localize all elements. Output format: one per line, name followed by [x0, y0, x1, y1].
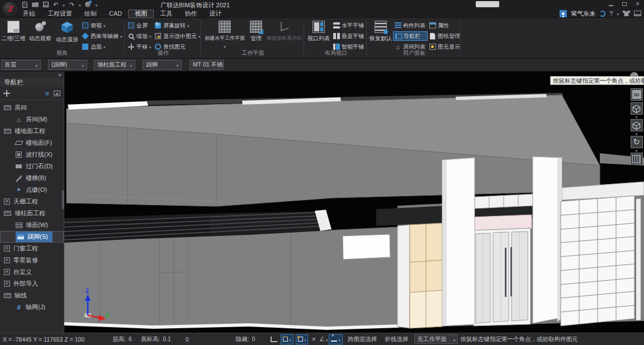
tab-tools[interactable]: 工具: [154, 10, 178, 18]
tab-start[interactable]: 开始: [17, 10, 41, 18]
app-logo[interactable]: Z: [3, 2, 17, 16]
viewport-list-button[interactable]: 视口列表: [306, 20, 332, 51]
polyline-select-toggle[interactable]: 折线选择: [385, 335, 408, 343]
drawing-management-button[interactable]: 图纸管理: [428, 31, 459, 41]
2d3d-button[interactable]: 2D 二维/三维: [0, 20, 27, 51]
zoom-button[interactable]: 缩放: [126, 31, 153, 41]
redo-caret-icon[interactable]: [79, 1, 81, 8]
material-select[interactable]: MT 01 不锈钢踢: [190, 60, 224, 70]
image-view-icon[interactable]: [54, 91, 60, 96]
rotate-caret-icon[interactable]: [636, 148, 638, 153]
pillar-left: [442, 158, 475, 326]
sw-isometric-button[interactable]: 西南等轴侧: [80, 31, 123, 41]
workplane-select[interactable]: 无工作平面: [414, 334, 458, 344]
floor-select[interactable]: 首层: [1, 60, 41, 70]
tree-item-border-line[interactable]: 波打线(X): [0, 149, 64, 160]
undo-caret-icon[interactable]: [63, 1, 65, 8]
tree-item-stairs[interactable]: 楼梯(B): [0, 172, 64, 184]
tab-cad[interactable]: CAD: [103, 10, 128, 18]
workplane-grid-icon: [219, 21, 231, 33]
tree-group-wall-column-works[interactable]: 墙柱面工程: [0, 207, 64, 219]
tab-draw[interactable]: 绘制: [78, 10, 103, 18]
viewport-3d[interactable]: Z X 按鼠标左键指定第一个角点，或拾取构 2D: [64, 72, 644, 333]
orbit-button[interactable]: 动态观察: [27, 20, 54, 51]
tree-group-external-import[interactable]: 外部导入: [0, 278, 64, 290]
tree-item-room[interactable]: 房间(M): [0, 114, 64, 125]
tree-group-ceiling-works[interactable]: 天棚工程: [0, 196, 64, 207]
redo-icon[interactable]: [69, 1, 74, 8]
cross-layer-select-toggle[interactable]: 跨图层选择: [348, 335, 377, 343]
tab-collaborate[interactable]: 协作: [178, 10, 203, 18]
top-view-button[interactable]: 俯视: [80, 21, 123, 30]
properties-button[interactable]: 属性: [428, 21, 459, 30]
tree-group-room[interactable]: 房间: [0, 102, 64, 114]
user-name[interactable]: 紫气东来: [571, 10, 595, 18]
top-view-icon: [82, 22, 89, 29]
help-caret-icon[interactable]: [617, 10, 619, 17]
rotate-view-button[interactable]: [631, 136, 643, 148]
workplane-manage-button[interactable]: 管理: [247, 20, 265, 49]
tree-item-wall-surface[interactable]: 墙面(W): [0, 219, 64, 231]
app-title: 广联达BIM装饰设计 2021: [160, 1, 230, 10]
selection-box-toggle[interactable]: [281, 334, 293, 344]
wall-surface-icon: [15, 221, 22, 229]
works-category-select[interactable]: 墙柱面工程: [94, 60, 135, 70]
tree-group-door-window-works[interactable]: 门窗工程: [0, 243, 64, 254]
sync-icon[interactable]: [599, 11, 605, 17]
tree-group-axis[interactable]: 轴线: [0, 290, 64, 301]
restore-default-button[interactable]: 恢复默认: [368, 20, 393, 51]
tree-item-skirting[interactable]: 踢脚(S): [0, 231, 64, 243]
ortho-mode-icon[interactable]: [268, 334, 280, 344]
fullscreen-button[interactable]: 全屏: [126, 21, 153, 30]
cube2-caret-icon[interactable]: [636, 131, 638, 136]
tree-group-misc-decoration[interactable]: 零星装修: [0, 254, 64, 266]
close-button[interactable]: [636, 1, 640, 7]
help-button[interactable]: ?: [609, 10, 613, 17]
tree-item-floor[interactable]: 楼地面(F): [0, 137, 64, 149]
polar-track-toggle[interactable]: [329, 334, 343, 344]
restore-button[interactable]: [622, 2, 627, 6]
tab-view[interactable]: 视图: [128, 10, 154, 18]
show-selected-button[interactable]: 显示选中图元: [153, 31, 200, 41]
list-view-icon[interactable]: [45, 89, 49, 98]
tile-vertical-button[interactable]: 垂直平铺: [332, 31, 365, 41]
tree-group-custom[interactable]: 自定义: [0, 266, 64, 278]
component-list-button[interactable]: 构件列表: [393, 21, 428, 30]
tree-item-threshold-stone[interactable]: 过门石(D): [0, 160, 64, 172]
component-type-select[interactable]: (踢脚): [48, 60, 87, 70]
undo-icon[interactable]: [53, 1, 58, 8]
cloud-sync-icon[interactable]: [85, 2, 91, 7]
hidden-count: 隐藏:0: [236, 335, 255, 343]
panel-toggle-icon[interactable]: [634, 11, 641, 16]
navigator-close-icon[interactable]: [58, 72, 61, 78]
walkthrough-button[interactable]: 动态漫游: [54, 20, 80, 51]
viewport-list-side-button[interactable]: [631, 153, 643, 165]
minimize-button[interactable]: [609, 5, 613, 6]
open-file-icon[interactable]: [32, 2, 39, 7]
tree-item-axis-grid[interactable]: 轴网(J): [0, 301, 64, 313]
tab-project-settings[interactable]: 工程设置: [41, 10, 78, 18]
tile-horizontal-button[interactable]: 水平平铺: [332, 21, 365, 30]
angle-snap-icon[interactable]: [318, 334, 326, 344]
qat-caret-icon[interactable]: [95, 1, 97, 8]
view-2d-button[interactable]: 2D: [631, 88, 643, 101]
crosshair-toggle-icon[interactable]: [309, 334, 318, 344]
save-icon[interactable]: [43, 2, 49, 7]
tree-item-ornament[interactable]: 点缀(O): [0, 184, 64, 196]
rotate-screen-button[interactable]: 屏幕旋转: [153, 21, 200, 30]
theme-icon[interactable]: [623, 11, 630, 16]
user-avatar[interactable]: [560, 10, 567, 17]
view-cube-button[interactable]: [631, 102, 643, 115]
group-label-layout-viewport: 布局视口: [306, 49, 366, 57]
navigator-button[interactable]: 导航栏: [393, 31, 428, 41]
new-file-icon[interactable]: [22, 2, 27, 8]
tree-group-floor-works[interactable]: 楼地面工程: [0, 125, 64, 137]
cube-caret-icon[interactable]: [636, 115, 638, 119]
element-select[interactable]: 踢脚: [143, 60, 182, 70]
snap-3d-toggle[interactable]: [296, 334, 309, 344]
view-cube2-button[interactable]: [631, 119, 643, 131]
pin-icon[interactable]: [3, 90, 10, 97]
tab-design[interactable]: 设计: [203, 10, 228, 18]
ribbon-group-layout-viewport: 视口列表 水平平铺 垂直平铺 智能平铺 布局视口: [306, 18, 366, 58]
create-horizontal-workplane-button[interactable]: 创建水平工作平面: [202, 20, 247, 49]
